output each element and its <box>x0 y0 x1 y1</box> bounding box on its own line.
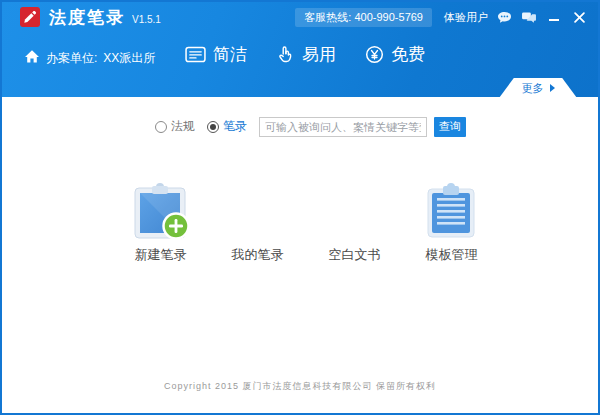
search-input[interactable] <box>259 117 427 137</box>
radio-dot-icon <box>210 124 216 130</box>
user-type-badge[interactable]: 体验用户 <box>444 10 488 25</box>
shortcut-new-record[interactable]: 新建笔录 <box>112 179 209 264</box>
search-button[interactable]: 查询 <box>434 117 466 137</box>
case-unit-name: XX派出所 <box>103 50 155 67</box>
feature-label: 易用 <box>302 43 336 66</box>
radio-records[interactable]: 笔录 <box>207 118 247 135</box>
shortcut-grid: 新建笔录 我的笔录 空白文书 <box>112 179 500 264</box>
feature-easy[interactable]: 易用 <box>276 43 336 66</box>
feature-label: 简洁 <box>213 43 247 66</box>
shortcut-label: 空白文书 <box>329 246 381 264</box>
hotline-number: 400-990-5769 <box>354 11 423 23</box>
hotline-label: 客服热线: <box>304 11 351 23</box>
radio-regulations[interactable]: 法规 <box>155 118 195 135</box>
app-title: 法度笔录 <box>49 6 125 29</box>
radio-label: 笔录 <box>223 118 247 135</box>
home-icon <box>24 49 40 67</box>
app-header: 法度笔录 V1.5.1 客服热线: 400-990-5769 体验用户 <box>2 2 598 97</box>
minimize-bar-icon <box>549 19 559 21</box>
radio-circle-icon <box>155 121 167 133</box>
shortcut-label: 模板管理 <box>426 246 478 264</box>
clipboard-lines-icon <box>426 179 478 241</box>
titlebar: 法度笔录 V1.5.1 客服热线: 400-990-5769 体验用户 <box>2 2 598 32</box>
yen-circle-icon <box>365 45 384 64</box>
feature-list: 简洁 易用 <box>185 43 454 66</box>
feature-simple[interactable]: 简洁 <box>185 43 247 66</box>
shortcut-label: 新建笔录 <box>135 246 187 264</box>
copyright-text: Copyright 2015 厦门市法度信息科技有限公司 保留所有权利 <box>2 380 598 393</box>
case-unit: 办案单位: XX派出所 <box>24 49 155 67</box>
more-arrow-icon <box>550 84 555 92</box>
shortcut-blank-document[interactable]: 空白文书 <box>306 179 403 264</box>
main-content: 法规 笔录 查询 <box>2 97 598 413</box>
minimize-button[interactable] <box>545 9 563 25</box>
shortcut-label: 我的笔录 <box>232 246 284 264</box>
hotline: 客服热线: 400-990-5769 <box>295 8 432 27</box>
more-label: 更多 <box>522 81 544 96</box>
more-button[interactable]: 更多 <box>499 78 577 98</box>
app-logo-pen-icon <box>20 7 40 27</box>
feature-free[interactable]: 免费 <box>365 43 425 66</box>
touch-hand-icon <box>276 45 295 64</box>
shortcut-my-records[interactable]: 我的笔录 <box>209 179 306 264</box>
titlebar-right: 客服热线: 400-990-5769 体验用户 <box>295 8 588 27</box>
messages-icon[interactable] <box>520 9 538 25</box>
document-lines-icon <box>185 46 206 63</box>
radio-circle-selected-icon <box>207 121 219 133</box>
app-window: 法度笔录 V1.5.1 客服热线: 400-990-5769 体验用户 <box>0 0 600 415</box>
chat-bubble-icon[interactable] <box>495 9 513 25</box>
search-bar: 法规 笔录 查询 <box>155 116 466 137</box>
clipboard-plus-icon <box>132 179 190 241</box>
radio-label: 法规 <box>171 118 195 135</box>
close-button[interactable] <box>570 9 588 25</box>
shortcut-template-manager[interactable]: 模板管理 <box>403 179 500 264</box>
case-unit-label: 办案单位: <box>46 50 97 67</box>
feature-label: 免费 <box>391 43 425 66</box>
app-version: V1.5.1 <box>132 14 161 25</box>
navbar: 办案单位: XX派出所 简洁 <box>2 32 598 78</box>
